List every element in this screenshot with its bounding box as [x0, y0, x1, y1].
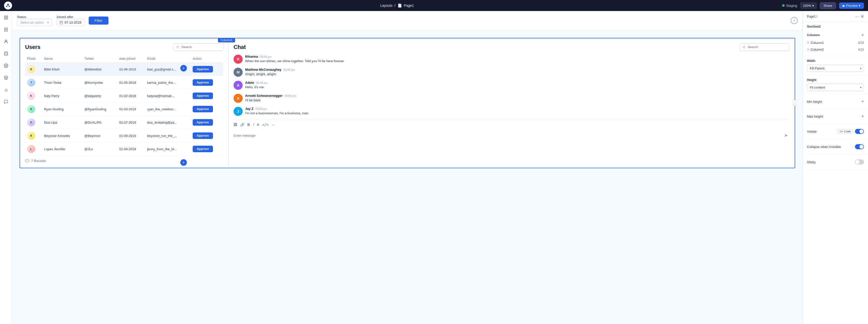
sidebar-item-users[interactable] — [2, 38, 9, 45]
sidebar-item-pages[interactable] — [2, 26, 9, 33]
rp-code-button[interactable]: </> Code — [837, 129, 853, 134]
chat-msg-text: I'll be back — [245, 98, 789, 103]
table-cell-action: Approve — [191, 89, 223, 103]
column2-drag-handle[interactable]: ⠿ — [807, 48, 809, 51]
canvas-container: + Column1 Users — [14, 38, 800, 168]
table-row: K Katy Perry @katyperry 01-02-2019 katyc… — [25, 89, 223, 103]
rp-height-select[interactable]: Fit content Fill Parent Fixed — [807, 84, 864, 91]
sidebar-item-chat[interactable] — [2, 98, 9, 105]
table-cell-twitter[interactable]: @JLo — [82, 142, 117, 156]
table-cell-name: Katy Perry — [42, 89, 82, 103]
approve-button[interactable]: Approve — [193, 79, 213, 86]
chat-messages: R Rihanna 03:45 pm When the sun shines, … — [234, 55, 789, 116]
joined-filter-group: Joined after 07-12-2018 — [56, 15, 85, 26]
rp-min-height-label: Min height — [807, 100, 822, 104]
chat-search-input[interactable] — [748, 45, 786, 49]
table-cell-action: Approve — [191, 103, 223, 116]
svg-point-11 — [5, 40, 7, 41]
strikethrough-tool-icon[interactable]: S — [257, 122, 259, 127]
chat-msg-time: 03:46 pm — [283, 68, 295, 71]
approve-button[interactable]: Approve — [193, 66, 213, 72]
users-search-box[interactable] — [173, 43, 223, 51]
two-column-layout: Users Photo Name Twitter date — [20, 38, 795, 168]
preview-label: Preview — [846, 4, 858, 7]
link-tool-icon[interactable]: 🔗 — [240, 122, 244, 127]
rp-width-title: Width — [807, 59, 815, 63]
table-cell-twitter[interactable]: @Beyonce — [82, 129, 117, 142]
sidebar-item-layers[interactable] — [2, 74, 9, 81]
table-cell-name: Dua Lipa — [42, 116, 82, 129]
chat-msg-time: 03:48 pm — [256, 81, 268, 84]
app-logo[interactable] — [4, 1, 12, 9]
chat-message-input[interactable] — [234, 134, 782, 137]
sticky-toggle[interactable] — [855, 159, 864, 165]
svg-point-27 — [743, 46, 745, 48]
table-cell-twitter[interactable]: @RyanGosling — [82, 103, 117, 116]
table-cell-photo: B — [25, 129, 42, 142]
approve-button[interactable]: Approve — [193, 133, 213, 139]
chat-msg-content: Arnold Schwarzenegger 03:50 pm I'll be b… — [245, 94, 789, 103]
send-button[interactable]: ➤ — [782, 132, 789, 139]
image-tool-icon[interactable]: 🖼 — [234, 122, 237, 127]
italic-tool-icon[interactable]: I — [253, 122, 254, 127]
zoom-button[interactable]: 100% ▾ — [800, 2, 817, 9]
sidebar-item-settings[interactable] — [2, 62, 9, 69]
layouts-link[interactable]: Layouts — [380, 3, 393, 7]
table-cell-twitter[interactable]: @DUALIPA — [82, 116, 117, 129]
bold-tool-icon[interactable]: B — [247, 122, 250, 127]
table-cell-date: 01-02-2019 — [117, 89, 145, 103]
date-input[interactable]: 07-12-2018 — [56, 19, 85, 26]
rp-max-height-add-button[interactable]: + — [861, 114, 864, 119]
sidebar-item-data[interactable] — [2, 50, 9, 57]
visible-toggle[interactable] — [855, 129, 864, 134]
approve-button[interactable]: Approve — [193, 146, 213, 152]
table-cell-twitter[interactable]: @katyperry — [82, 89, 117, 103]
main-layout: Status Select an option ▾ Joined after 0… — [0, 11, 868, 324]
status-select[interactable]: Select an option ▾ — [17, 19, 52, 26]
chat-message: J Jay Z 03:53 pm I'm not a businessman, … — [234, 107, 789, 116]
add-row-bottom-button[interactable]: + — [180, 159, 187, 166]
chat-msg-content: Jay Z 03:53 pm I'm not a businessman, I'… — [245, 107, 789, 116]
share-button[interactable]: Share — [820, 2, 836, 9]
rp-close-button[interactable]: ✕ — [861, 14, 864, 19]
approve-button[interactable]: Approve — [193, 119, 213, 125]
code-tool-icon[interactable]: </> — [262, 122, 269, 127]
rp-columns-add-button[interactable]: + — [861, 33, 864, 37]
info-button[interactable]: i — [790, 17, 798, 24]
records-icon — [25, 159, 29, 163]
chat-message: A Arnold Schwarzenegger 03:50 pm I'll be… — [234, 94, 789, 103]
rp-height-section: Height Fit content Fill Parent Fixed — [803, 75, 868, 94]
user-avatar: R — [27, 105, 35, 113]
rp-min-height-add-button[interactable]: + — [861, 99, 864, 104]
chat-search-box[interactable] — [739, 43, 789, 51]
table-cell-twitter[interactable]: @billieeilish — [82, 63, 117, 76]
staging-badge: Staging — [782, 4, 797, 7]
approve-button[interactable]: Approve — [193, 106, 213, 112]
resize-handle[interactable]: ⋮ — [793, 100, 796, 106]
users-search-input[interactable] — [181, 45, 220, 49]
table-row: B Beyonce Knowles @Beyonce 01-09-2019 be… — [25, 129, 223, 142]
sidebar-item-analytics[interactable] — [2, 86, 9, 93]
users-header: Users — [25, 43, 223, 51]
preview-button[interactable]: ▶ Preview ▾ — [839, 2, 864, 9]
approve-button[interactable]: Approve — [193, 93, 213, 99]
chat-column: Chat R Rihanna 03:45 pm When the sun shi… — [228, 38, 795, 168]
add-row-top-button[interactable]: + — [180, 65, 187, 71]
rp-height-header: Height — [807, 78, 864, 82]
svg-line-23 — [179, 48, 179, 48]
table-cell-twitter[interactable]: @thomyorke — [82, 76, 117, 89]
zoom-level: 100% — [803, 4, 811, 7]
column1-drag-handle[interactable]: ⠿ — [807, 41, 809, 45]
more-tool-icon[interactable]: ··· — [272, 122, 275, 127]
sidebar-item-home[interactable] — [2, 14, 9, 21]
rp-width-select[interactable]: Fill Parent Fit Content Fixed — [807, 65, 864, 72]
filter-button[interactable]: Filter — [89, 16, 108, 25]
rp-more-button[interactable]: ··· — [856, 14, 859, 19]
collapse-toggle[interactable] — [855, 144, 864, 149]
table-row: R Ryan Gosling @RyanGosling 01-03-2019 r… — [25, 103, 223, 116]
table-row: T Thom Yorke @thomyorke 01-05-2019 karma… — [25, 76, 223, 89]
column2-name: Column2 — [811, 48, 824, 51]
rp-page-link[interactable]: Page1 — [807, 15, 816, 18]
table-cell-email: katycat@hotmail.... — [145, 89, 191, 103]
rp-visible-controls: </> Code — [837, 129, 864, 134]
